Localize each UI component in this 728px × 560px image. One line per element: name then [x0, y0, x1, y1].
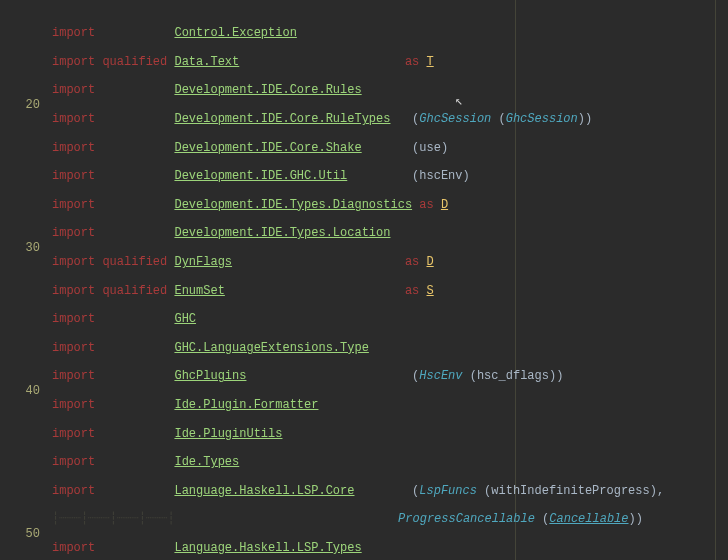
line-number [0, 484, 40, 498]
line-number [0, 284, 40, 298]
keyword-qualified: qualified [102, 55, 167, 69]
line-number [0, 470, 40, 484]
code-line[interactable]: import Ide.PluginUtils [52, 427, 728, 441]
code-line[interactable]: import GHC.LanguageExtensions.Type [52, 341, 728, 355]
code-line[interactable]: import GHC [52, 312, 728, 326]
keyword-import: import [52, 112, 95, 126]
line-number: 50 [0, 527, 40, 541]
code-line[interactable]: import Language.Haskell.LSP.Core (LspFun… [52, 484, 728, 498]
module-name: DynFlags [174, 255, 232, 269]
module-alias: D [441, 198, 448, 212]
code-area[interactable]: import Control.Exception import qualifie… [46, 0, 728, 560]
keyword-import: import [52, 484, 95, 498]
line-number [0, 169, 40, 183]
line-number [0, 83, 40, 97]
module-name: EnumSet [174, 284, 224, 298]
code-line[interactable]: import Development.IDE.Types.Diagnostics… [52, 198, 728, 212]
code-line[interactable]: import Development.IDE.Core.Rules [52, 83, 728, 97]
type-name: GhcSession [419, 112, 491, 126]
module-name: Ide.Plugin.Formatter [174, 398, 318, 412]
code-line[interactable]: ┆┈┈┈┆┈┈┈┆┈┈┈┆┈┈┈┆ ProgressCancellable (C… [52, 512, 728, 526]
module-name: Control.Exception [174, 26, 296, 40]
code-line[interactable]: import Development.IDE.Core.Shake (use) [52, 141, 728, 155]
module-alias: T [427, 55, 434, 69]
line-number [0, 212, 40, 226]
line-number: 40 [0, 384, 40, 398]
function-name: withIndefiniteProgress [491, 484, 649, 498]
line-number [0, 427, 40, 441]
module-alias: D [426, 255, 433, 269]
function-name: use [419, 141, 441, 155]
module-name: GHC.LanguageExtensions.Type [174, 341, 368, 355]
module-name: GhcPlugins [174, 369, 246, 383]
code-line[interactable]: import qualified Data.Text as T [52, 55, 728, 69]
module-name: Development.IDE.Types.Location [174, 226, 390, 240]
line-number-gutter: 20 30 40 50 [0, 0, 46, 560]
keyword-import: import [52, 369, 95, 383]
line-number [0, 41, 40, 55]
line-number [0, 355, 40, 369]
keyword-import: import [52, 427, 95, 441]
code-line[interactable]: import Control.Exception [52, 26, 728, 40]
code-line[interactable]: import GhcPlugins (HscEnv (hsc_dflags)) [52, 369, 728, 383]
code-line[interactable]: import Language.Haskell.LSP.Types [52, 541, 728, 555]
code-editor[interactable]: ↖ 20 30 40 50 [0, 0, 728, 560]
type-name: Cancellable [549, 512, 628, 526]
module-name: Development.IDE.Core.Rules [174, 83, 361, 97]
type-name: HscEnv [419, 369, 462, 383]
keyword-import: import [52, 26, 95, 40]
line-number: 30 [0, 241, 40, 255]
module-name: Development.IDE.Types.Diagnostics [174, 198, 412, 212]
keyword-import: import [52, 541, 95, 555]
line-number [0, 12, 40, 26]
line-number [0, 155, 40, 169]
module-name: GHC [174, 312, 196, 326]
code-line[interactable]: import Development.IDE.Types.Location [52, 226, 728, 240]
code-line[interactable]: import qualified EnumSet as S [52, 284, 728, 298]
code-line[interactable]: import qualified DynFlags as D [52, 255, 728, 269]
code-line[interactable]: import Ide.Plugin.Formatter [52, 398, 728, 412]
line-number [0, 327, 40, 341]
line-number [0, 184, 40, 198]
module-name: Ide.Types [174, 455, 239, 469]
line-number [0, 255, 40, 269]
module-name: Language.Haskell.LSP.Types [174, 541, 361, 555]
keyword-import: import [52, 284, 95, 298]
keyword-import: import [52, 398, 95, 412]
line-number [0, 369, 40, 383]
keyword-qualified: qualified [102, 284, 167, 298]
line-number: 20 [0, 98, 40, 112]
function-name: hscEnv [419, 169, 462, 183]
keyword-import: import [52, 312, 95, 326]
line-number [0, 341, 40, 355]
line-number [0, 198, 40, 212]
module-name: Development.IDE.GHC.Util [174, 169, 347, 183]
line-number [0, 141, 40, 155]
keyword-import: import [52, 55, 95, 69]
function-name: hsc_dflags [477, 369, 549, 383]
code-line[interactable]: import Ide.Types [52, 455, 728, 469]
module-name: Language.Haskell.LSP.Core [174, 484, 354, 498]
line-number [0, 512, 40, 526]
keyword-import: import [52, 226, 95, 240]
line-number [0, 298, 40, 312]
keyword-import: import [52, 141, 95, 155]
code-line[interactable]: import Development.IDE.Core.RuleTypes (G… [52, 112, 728, 126]
line-number [0, 455, 40, 469]
type-name: GhcSession [506, 112, 578, 126]
module-name: Development.IDE.Core.Shake [174, 141, 361, 155]
line-number [0, 112, 40, 126]
line-number [0, 412, 40, 426]
line-number [0, 541, 40, 555]
module-name: Ide.PluginUtils [174, 427, 282, 441]
keyword-qualified: qualified [102, 255, 167, 269]
module-name: Data.Text [174, 55, 239, 69]
line-number [0, 126, 40, 140]
code-line[interactable]: import Development.IDE.GHC.Util (hscEnv) [52, 169, 728, 183]
type-name: LspFuncs [419, 484, 477, 498]
keyword-import: import [52, 255, 95, 269]
line-number [0, 55, 40, 69]
keyword-import: import [52, 455, 95, 469]
line-number [0, 69, 40, 83]
line-number [0, 441, 40, 455]
